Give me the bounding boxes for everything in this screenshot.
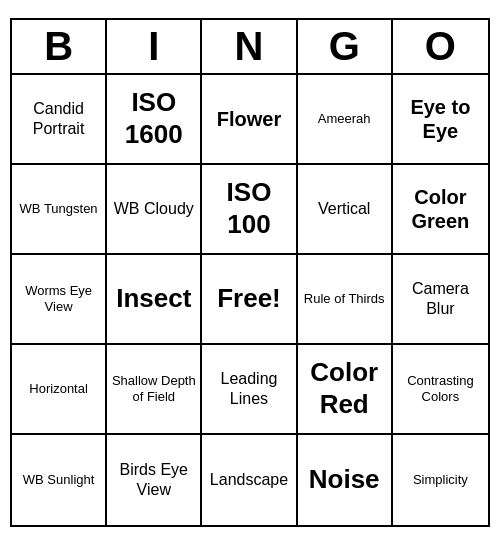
bingo-cell: Noise (298, 435, 393, 525)
header-letter: O (393, 20, 488, 73)
bingo-cell: Worms Eye View (12, 255, 107, 345)
bingo-cell: Color Green (393, 165, 488, 255)
cell-text: WB Tungsten (20, 201, 98, 217)
bingo-cell: Contrasting Colors (393, 345, 488, 435)
cell-text: Eye to Eye (397, 95, 484, 143)
cell-text: ISO 100 (206, 177, 291, 239)
header-letter: I (107, 20, 202, 73)
bingo-grid: Candid PortraitISO 1600FlowerAmeerahEye … (12, 75, 488, 525)
cell-text: Insect (116, 283, 191, 314)
bingo-cell: Landscape (202, 435, 297, 525)
cell-text: Color Green (397, 185, 484, 233)
bingo-cell: Simplicity (393, 435, 488, 525)
bingo-cell: Leading Lines (202, 345, 297, 435)
cell-text: Shallow Depth of Field (111, 373, 196, 404)
bingo-cell: Shallow Depth of Field (107, 345, 202, 435)
cell-text: Free! (217, 283, 281, 314)
cell-text: Rule of Thirds (304, 291, 385, 307)
cell-text: Vertical (318, 199, 370, 218)
bingo-cell: WB Tungsten (12, 165, 107, 255)
bingo-card: BINGO Candid PortraitISO 1600FlowerAmeer… (10, 18, 490, 527)
cell-text: WB Sunlight (23, 472, 95, 488)
bingo-cell: Ameerah (298, 75, 393, 165)
bingo-cell: ISO 100 (202, 165, 297, 255)
bingo-cell: Free! (202, 255, 297, 345)
bingo-header: BINGO (12, 20, 488, 75)
cell-text: Ameerah (318, 111, 371, 127)
bingo-cell: Camera Blur (393, 255, 488, 345)
cell-text: Flower (217, 107, 281, 131)
bingo-cell: Flower (202, 75, 297, 165)
cell-text: Leading Lines (206, 369, 291, 407)
bingo-cell: Eye to Eye (393, 75, 488, 165)
header-letter: N (202, 20, 297, 73)
cell-text: Color Red (302, 357, 387, 419)
cell-text: Noise (309, 464, 380, 495)
cell-text: Birds Eye View (111, 460, 196, 498)
bingo-cell: WB Cloudy (107, 165, 202, 255)
cell-text: Camera Blur (397, 279, 484, 317)
cell-text: Horizontal (29, 381, 88, 397)
bingo-cell: WB Sunlight (12, 435, 107, 525)
bingo-cell: Candid Portrait (12, 75, 107, 165)
cell-text: Simplicity (413, 472, 468, 488)
bingo-cell: Insect (107, 255, 202, 345)
cell-text: Candid Portrait (16, 99, 101, 137)
cell-text: ISO 1600 (111, 87, 196, 149)
bingo-cell: Color Red (298, 345, 393, 435)
bingo-cell: Birds Eye View (107, 435, 202, 525)
bingo-cell: Horizontal (12, 345, 107, 435)
cell-text: WB Cloudy (114, 199, 194, 218)
bingo-cell: Rule of Thirds (298, 255, 393, 345)
header-letter: G (298, 20, 393, 73)
header-letter: B (12, 20, 107, 73)
cell-text: Worms Eye View (16, 283, 101, 314)
bingo-cell: ISO 1600 (107, 75, 202, 165)
cell-text: Landscape (210, 470, 288, 489)
bingo-cell: Vertical (298, 165, 393, 255)
cell-text: Contrasting Colors (397, 373, 484, 404)
